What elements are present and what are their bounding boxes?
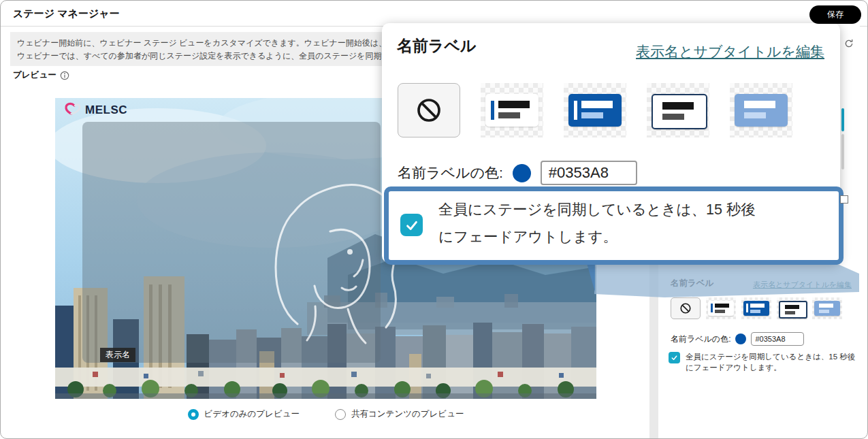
preview-mode-radios: ビデオのみのプレビュー 共有コンテンツのプレビュー (55, 408, 596, 420)
highlight-callout-box: 全員にステージを同期しているときは、15 秒後 にフェードアウトします。 (384, 186, 843, 265)
scrollbar-thumb[interactable] (841, 108, 844, 131)
color-hex-input-magnified[interactable] (541, 161, 637, 185)
label-style-options-magnified (398, 83, 792, 137)
color-swatch[interactable] (513, 164, 531, 182)
preview-section-label: プレビュー (13, 69, 57, 81)
label-color-label: 名前ラベルの色: (671, 334, 730, 345)
color-swatch[interactable] (735, 334, 746, 344)
label-color-row: 名前ラベルの色: (671, 332, 804, 346)
edit-display-name-link-magnified[interactable]: 表示名とサブタイトルを編集 (636, 42, 824, 61)
info-icon[interactable] (60, 71, 69, 80)
preview-section-heading: プレビュー (13, 69, 69, 81)
check-icon (671, 354, 678, 361)
sync-fadeout-option: 全員にステージを同期しているときは、15 秒後 にフェードアウトします。 (669, 351, 855, 373)
name-label-popup-magnified: 名前ラベル 表示名とサブタイトルを編集 名前ラベルの色: (382, 23, 840, 263)
brand-logo: MELSC (63, 101, 127, 119)
label-style-option-none[interactable] (398, 83, 460, 137)
label-color-label: 名前ラベルの色: (398, 163, 503, 182)
callout-resize-handle[interactable] (840, 195, 848, 204)
label-style-option-translucent[interactable] (812, 297, 842, 319)
sync-fadeout-checkbox-magnified[interactable] (400, 214, 423, 236)
sync-fadeout-text: 全員にステージを同期しているときは、15 秒後 にフェードアウトします。 (686, 351, 855, 373)
sync-fadeout-text-magnified: 全員にステージを同期しているときは、15 秒後 にフェードアウトします。 (438, 196, 756, 250)
radio-shared-content-preview[interactable]: 共有コンテンツのプレビュー (335, 408, 464, 420)
sync-fadeout-checkbox[interactable] (669, 352, 680, 363)
scrollbar-track[interactable] (841, 134, 844, 169)
save-button[interactable]: 保存 (809, 5, 861, 24)
popup-title: 名前ラベル (397, 35, 477, 56)
heart-logo-icon (63, 101, 82, 119)
label-style-option-none[interactable] (671, 297, 701, 319)
page-title: ステージ マネージャー (13, 7, 120, 20)
check-icon (404, 218, 419, 233)
name-label-tag: 表示名 (100, 348, 135, 362)
ban-icon (679, 302, 692, 314)
radio-selected-icon[interactable] (188, 409, 199, 420)
radio-video-only-preview[interactable]: ビデオのみのプレビュー (188, 408, 300, 420)
radio-unselected-icon[interactable] (335, 409, 346, 420)
label-style-option-blue-accent[interactable] (564, 83, 626, 137)
label-color-row-magnified: 名前ラベルの色: (398, 161, 637, 185)
label-style-option-light-accent[interactable] (481, 83, 543, 137)
brand-name: MELSC (85, 103, 127, 117)
label-style-option-light-accent[interactable] (706, 297, 736, 319)
ban-icon (415, 97, 443, 124)
refresh-icon[interactable] (843, 38, 854, 49)
stage-manager-window: ステージ マネージャー 保存 ウェビナー開始前に、ウェビナー ステージ ビューを… (0, 0, 868, 439)
label-style-option-outlined[interactable] (777, 297, 807, 319)
label-style-option-outlined[interactable] (647, 83, 709, 137)
label-style-option-translucent[interactable] (730, 83, 792, 137)
color-hex-input[interactable] (751, 332, 804, 346)
label-style-options (671, 297, 842, 319)
label-style-option-blue-accent[interactable] (741, 297, 771, 319)
